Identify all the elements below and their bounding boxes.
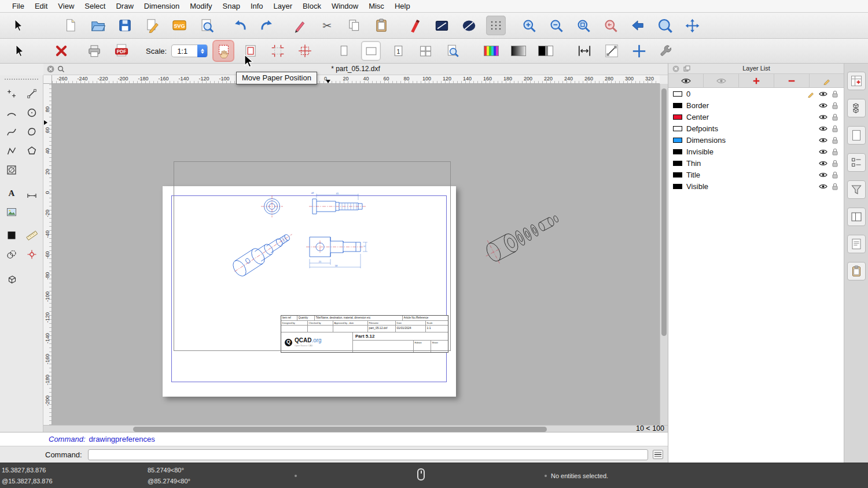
edit-layer-button[interactable] [810,74,844,87]
layer-visibility-toggle[interactable] [819,172,827,178]
select-block-button[interactable] [432,16,451,35]
layer-visibility-toggle[interactable] [819,102,827,109]
crosshair-button[interactable] [629,41,649,61]
command-input[interactable] [88,449,648,460]
layer-lock-toggle[interactable] [832,183,838,190]
closed-spline-tools-button[interactable] [22,123,41,141]
copy-button[interactable] [344,16,364,35]
import-drawing-button[interactable] [142,16,162,35]
auto-zoom-button[interactable] [573,16,593,35]
hairline-mode-button[interactable] [602,41,621,61]
page-origin-button[interactable] [295,41,315,61]
panel-float-button[interactable] [683,65,690,72]
add-layer-button[interactable] [739,74,774,87]
selection-pointer-button-2[interactable] [9,41,29,61]
save-file-button[interactable] [115,16,135,35]
menu-item[interactable]: View [53,2,79,10]
layer-visibility-toggle[interactable] [819,183,827,190]
layer-lock-toggle[interactable] [832,136,838,144]
menu-item[interactable]: Block [297,2,326,10]
menu-item[interactable]: Edit [30,2,53,10]
menu-item[interactable]: Snap [218,2,245,10]
menu-item[interactable]: Dimension [139,2,185,10]
layer-color-swatch[interactable] [673,114,682,120]
layer-color-swatch[interactable] [673,126,682,131]
property-editor-button[interactable] [847,72,866,90]
add-view-button[interactable] [847,126,866,145]
stepper-icon[interactable] [197,45,207,57]
remove-layer-button[interactable] [774,74,810,87]
layer-visibility-toggle[interactable] [819,149,827,155]
pan-button[interactable] [682,16,702,35]
layer-lock-toggle[interactable] [832,148,838,156]
library-browser-button[interactable] [847,153,866,172]
layer-row[interactable]: Title [668,169,844,180]
layer-color-swatch[interactable] [673,91,682,97]
menu-item[interactable]: Select [79,2,111,10]
layer-color-swatch[interactable] [673,149,682,154]
hatch-tools-button[interactable] [2,161,21,179]
layer-visibility-toggle[interactable] [819,125,827,132]
viewport-box-tools-button[interactable] [2,270,21,288]
image-tool-button[interactable] [2,203,21,221]
new-file-button[interactable] [61,16,80,35]
layer-color-swatch[interactable] [673,138,682,143]
panel-close-button[interactable] [672,65,679,72]
widget-layout-button[interactable] [847,208,866,226]
measure-tools-button[interactable] [22,226,41,244]
layer-visibility-toggle[interactable] [819,137,827,143]
margins-button[interactable] [575,41,594,61]
move-paper-position-button[interactable] [214,41,233,61]
layer-row[interactable]: Dimensions [668,134,844,146]
draw-marker-button[interactable] [404,16,424,35]
horizontal-scrollbar-thumb[interactable] [133,427,547,432]
cut-button[interactable]: ✂ [317,16,337,35]
paste-button[interactable] [372,16,391,35]
layer-color-swatch[interactable] [673,103,682,108]
edit-pen-button[interactable] [290,16,310,35]
redo-button[interactable] [257,16,277,35]
arc-tools-button[interactable] [2,103,21,121]
layer-row[interactable]: Border [668,99,844,111]
zoom-in-button[interactable] [519,16,539,35]
menu-item[interactable]: Window [326,2,363,10]
close-print-preview-button[interactable] [52,41,71,61]
block-list-button[interactable] [847,99,866,117]
menu-item[interactable]: Layer [269,2,298,10]
draw-ellipse-button[interactable] [459,16,479,35]
polyline-tools-button[interactable] [2,142,21,160]
multi-page-button[interactable] [415,41,435,61]
zoom-window-button[interactable] [655,16,675,35]
layer-row[interactable]: Center [668,111,844,123]
menu-item[interactable]: Draw [111,2,138,10]
layer-lock-toggle[interactable] [832,102,838,109]
hide-all-layers-button[interactable] [704,74,739,87]
layer-lock-toggle[interactable] [832,171,838,179]
zoom-out-button[interactable] [546,16,566,35]
polygon-tools-button[interactable] [22,142,41,160]
grid-toggle-button[interactable] [486,16,506,35]
menu-item[interactable]: Info [245,2,269,10]
pdf-export-button[interactable]: PDF [112,41,131,61]
undo-button[interactable] [230,16,249,35]
portrait-page-button[interactable] [334,41,354,61]
scale-select[interactable]: 1:1 [171,45,208,57]
command-history-button[interactable] [847,235,866,253]
panel-drag-handle[interactable] [5,79,38,81]
selection-pointer-button[interactable] [8,16,28,35]
layer-lock-toggle[interactable] [832,160,838,167]
layer-color-swatch[interactable] [673,172,682,178]
layer-visibility-toggle[interactable] [819,160,827,167]
selection-filter-button[interactable] [847,180,866,199]
zoom-previous-button[interactable] [601,16,620,35]
clipboard-panel-button[interactable] [847,262,866,280]
print-preview-button[interactable] [197,16,216,35]
snap-tools-button[interactable] [22,245,41,263]
drawing-canvas[interactable]: 41 ø8 21 58 11 Item ref Quantity Title/N… [52,84,660,425]
modify-tools-button[interactable] [2,245,21,263]
command-panel-toggle-icon[interactable] [653,450,663,459]
layer-color-swatch[interactable] [673,161,682,166]
full-color-button[interactable] [481,41,501,61]
layer-lock-toggle[interactable] [832,125,838,132]
svg-export-button[interactable]: SVG [170,16,189,35]
